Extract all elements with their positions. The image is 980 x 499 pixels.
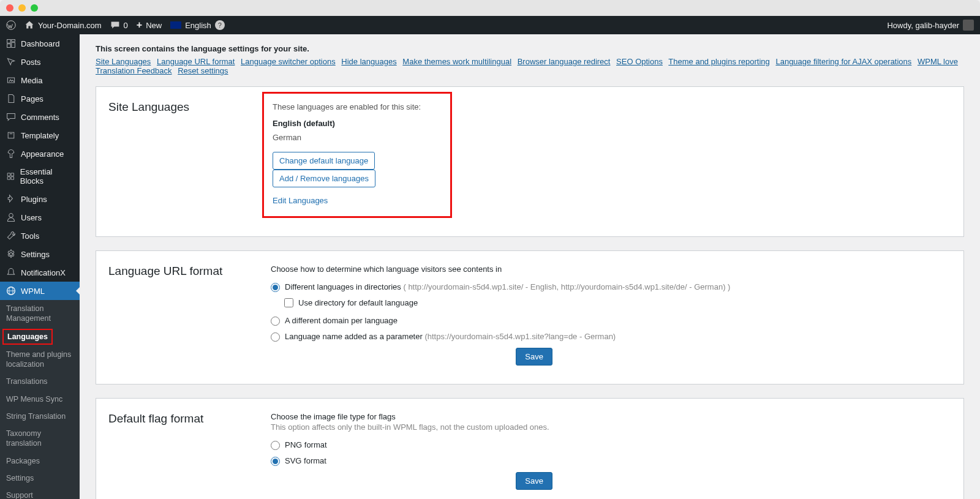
url-format-domain-label: A different domain per language [285, 316, 398, 325]
sidebar-item-appearance[interactable]: Appearance [0, 144, 80, 163]
page-intro: This screen contains the language settin… [96, 44, 964, 53]
new-content-link[interactable]: + New [137, 20, 162, 31]
opt1-hint: ( http://yourdomain-s5d4.wp1.site/ - Eng… [401, 282, 731, 291]
site-name: Your-Domain.com [38, 21, 102, 30]
save-url-format-button[interactable]: Save [516, 348, 552, 366]
card-flag-format: Default flag format Choose the image fil… [96, 398, 964, 499]
url-format-parameter-radio[interactable] [271, 332, 280, 342]
flag-format-hint: This option affects only the built-in WP… [271, 422, 951, 432]
new-label: New [146, 21, 162, 30]
add-remove-languages-button[interactable]: Add / Remove languages [273, 170, 375, 187]
anchor-make-themes-work-multilingual[interactable]: Make themes work multilingual [402, 57, 511, 66]
sidebar-item-tools[interactable]: Tools [0, 227, 80, 245]
current-lang-label: English [185, 21, 211, 30]
card-title: Language URL format [108, 265, 271, 366]
sidebar-item-media[interactable]: Media [0, 71, 80, 89]
enabled-languages-box: These languages are enabled for this sit… [262, 92, 452, 218]
flag-format-subhead: Choose the image file type for flags [271, 412, 951, 421]
card-url-format: Language URL format Choose how to determ… [96, 250, 964, 385]
anchor-theme-and-plugins-reporting[interactable]: Theme and plugins reporting [668, 57, 770, 66]
card-title: Default flag format [108, 412, 271, 490]
sidebar-item-templately[interactable]: Templately [0, 126, 80, 144]
submenu-item-taxonomy-translation[interactable]: Taxonomy translation [0, 425, 80, 452]
save-flag-format-button[interactable]: Save [516, 472, 552, 490]
change-default-language-button[interactable]: Change default language [273, 152, 375, 170]
use-directory-default-checkbox[interactable] [284, 298, 293, 307]
wpml-label: WPML [21, 287, 45, 296]
maximize-window-icon[interactable] [31, 4, 38, 12]
plus-icon: + [137, 20, 142, 31]
other-language: German [273, 133, 442, 142]
language-switcher[interactable]: English ? [170, 20, 225, 30]
url-format-directories-radio[interactable] [271, 283, 280, 292]
sidebar-item-notificationx[interactable]: NotificationX [0, 263, 80, 282]
sidebar-item-posts[interactable]: Posts [0, 53, 80, 71]
sidebar-item-users[interactable]: Users [0, 208, 80, 227]
edit-languages-link[interactable]: Edit Languages [273, 196, 328, 205]
window-chrome [0, 0, 980, 16]
submenu-item-packages[interactable]: Packages [0, 452, 80, 470]
admin-bar: Your-Domain.com 0 + New English ? Howdy,… [0, 16, 980, 34]
sidebar-item-essential-blocks[interactable]: Essential Blocks [0, 163, 80, 190]
page-content: This screen contains the language settin… [80, 34, 980, 499]
opt3-text: Language name added as a parameter [285, 332, 423, 341]
submenu-item-languages[interactable]: Languages [2, 329, 53, 345]
submenu-item-theme-and-plugins-localization[interactable]: Theme and plugins localization [0, 346, 80, 373]
submenu-item-settings[interactable]: Settings [0, 470, 80, 487]
section-anchors: Site Languages Language URL format Langu… [96, 57, 964, 75]
default-language: English (default) [273, 119, 442, 128]
sidebar-item-wpml[interactable]: WPML [0, 282, 80, 300]
submenu-item-wp-menus-sync[interactable]: WP Menus Sync [0, 391, 80, 408]
site-home-link[interactable]: Your-Domain.com [24, 20, 102, 30]
anchor-site-languages[interactable]: Site Languages [96, 57, 151, 66]
help-icon[interactable]: ? [215, 20, 225, 30]
submenu-item-string-translation[interactable]: String Translation [0, 408, 80, 425]
anchor-hide-languages[interactable]: Hide languages [341, 57, 396, 66]
card-title: Site Languages [108, 100, 271, 218]
anchor-seo-options[interactable]: SEO Options [616, 57, 663, 66]
sidebar-item-dashboard[interactable]: Dashboard [0, 34, 80, 53]
user-greeting[interactable]: Howdy, galib-hayder [887, 20, 974, 31]
flag-svg-radio[interactable] [271, 457, 280, 466]
submenu-item-support[interactable]: Support [0, 487, 80, 499]
card-site-languages: Site Languages These languages are enabl… [96, 86, 964, 237]
anchor-reset-settings[interactable]: Reset settings [178, 66, 228, 75]
use-directory-default-label: Use directory for default language [298, 298, 418, 307]
anchor-language-url-format[interactable]: Language URL format [157, 57, 235, 66]
enabled-label: These languages are enabled for this sit… [273, 102, 442, 111]
flag-png-label: PNG format [285, 440, 327, 449]
comment-count: 0 [124, 21, 128, 30]
greeting-text: Howdy, galib-hayder [887, 21, 959, 30]
anchor-language-switcher-options[interactable]: Language switcher options [241, 57, 336, 66]
opt1-text: Different languages in directories [285, 282, 401, 291]
sidebar-item-comments[interactable]: Comments [0, 108, 80, 126]
submenu-item-translations[interactable]: Translations [0, 373, 80, 390]
avatar-icon [963, 20, 974, 31]
minimize-window-icon[interactable] [18, 4, 26, 12]
uk-flag-icon [170, 21, 181, 29]
wp-logo-icon[interactable] [6, 20, 16, 30]
wpml-submenu: Translation ManagementLanguagesTheme and… [0, 300, 80, 499]
opt3-hint: (https://yourdomain-s5d4.wp1.site?lang=d… [423, 332, 616, 341]
close-window-icon[interactable] [6, 4, 13, 12]
url-format-directories-label: Different languages in directories ( htt… [285, 282, 730, 291]
url-format-domain-radio[interactable] [271, 317, 280, 326]
anchor-language-filtering-for-ajax-operations[interactable]: Language filtering for AJAX operations [775, 57, 911, 66]
sidebar-item-settings[interactable]: Settings [0, 245, 80, 263]
url-format-subhead: Choose how to determine which language v… [271, 265, 951, 274]
flag-svg-label: SVG format [285, 456, 326, 465]
url-format-parameter-label: Language name added as a parameter (http… [285, 332, 616, 341]
anchor-translation-feedback[interactable]: Translation Feedback [96, 66, 172, 75]
flag-png-radio[interactable] [271, 441, 280, 450]
admin-sidebar: DashboardPostsMediaPagesCommentsTemplate… [0, 34, 80, 499]
anchor-browser-language-redirect[interactable]: Browser language redirect [518, 57, 611, 66]
sidebar-item-plugins[interactable]: Plugins [0, 190, 80, 208]
submenu-item-translation-management[interactable]: Translation Management [0, 300, 80, 328]
anchor-wpml-love[interactable]: WPML love [918, 57, 958, 66]
comments-link[interactable]: 0 [110, 20, 128, 30]
sidebar-item-pages[interactable]: Pages [0, 89, 80, 108]
